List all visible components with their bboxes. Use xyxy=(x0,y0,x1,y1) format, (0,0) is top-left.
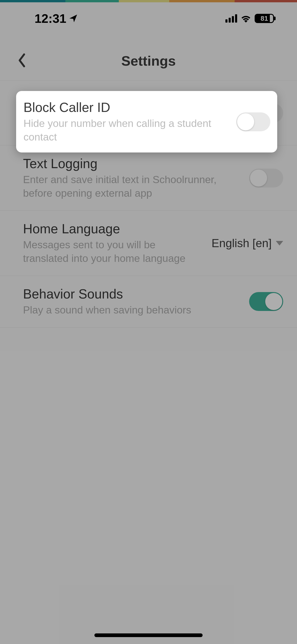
setting-title: Block Caller ID xyxy=(24,100,227,115)
spotlight-block-caller-id[interactable]: Block Caller ID Hide your number when ca… xyxy=(16,91,277,152)
home-indicator[interactable] xyxy=(94,634,202,637)
setting-subtitle: Hide your number when calling a student … xyxy=(24,117,227,144)
spotlight-setting-text: Block Caller ID Hide your number when ca… xyxy=(24,100,227,144)
toggle-block-caller-id-spotlight[interactable] xyxy=(236,112,270,131)
